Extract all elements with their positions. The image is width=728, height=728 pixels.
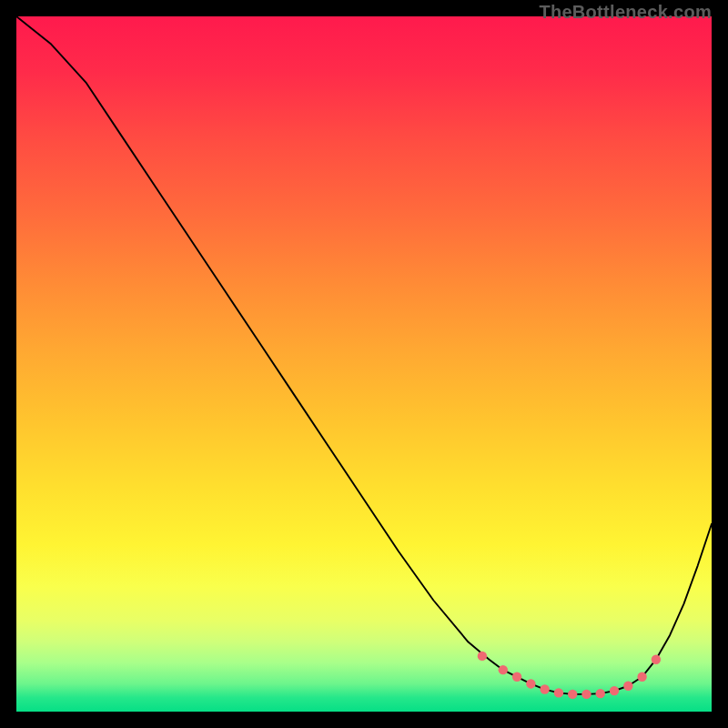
highlight-dot: [512, 672, 521, 682]
highlight-dot: [581, 690, 591, 699]
highlight-dot: [596, 689, 605, 698]
highlight-dots: [478, 652, 661, 699]
highlight-dot: [526, 679, 535, 688]
chart-overlay: [16, 16, 712, 712]
highlight-dot: [499, 665, 508, 674]
highlight-dot: [610, 686, 619, 695]
highlight-dot: [652, 655, 661, 664]
chart-container: TheBottleneck.com: [0, 0, 728, 728]
highlight-dot: [554, 688, 563, 697]
highlight-dot: [623, 682, 632, 691]
highlight-dot: [540, 684, 549, 693]
highlight-dot: [478, 652, 487, 661]
highlight-dot: [568, 690, 577, 699]
bottleneck-curve: [16, 16, 712, 694]
highlight-dot: [637, 672, 646, 682]
